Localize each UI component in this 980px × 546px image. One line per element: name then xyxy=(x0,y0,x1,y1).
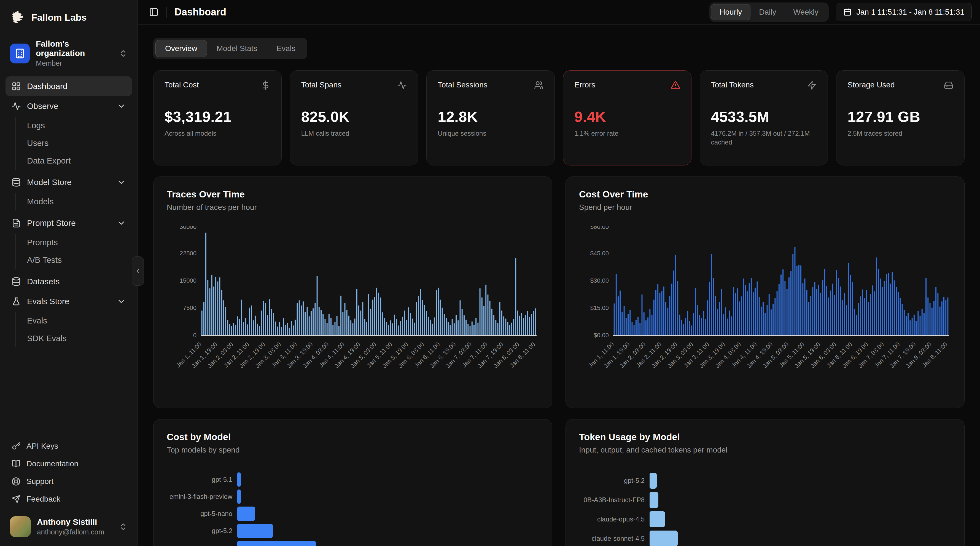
calendar-icon xyxy=(843,8,851,16)
tab-evals[interactable]: Evals xyxy=(267,40,305,57)
panel-left-icon xyxy=(149,8,159,17)
stat-card-title: Total Cost xyxy=(164,80,199,89)
topbar: Dashboard HourlyDailyWeekly Jan 1 11:51:… xyxy=(138,0,980,24)
dollar-icon xyxy=(261,80,270,90)
sidebar-collapse-button[interactable] xyxy=(132,257,144,286)
stat-cards: Total Cost$3,319.21Across all modelsTota… xyxy=(153,70,964,166)
sidebar-item-model-store[interactable]: Model Store xyxy=(5,172,132,192)
tabs: OverviewModel StatsEvals xyxy=(153,38,307,59)
app-root: Fallom Labs Fallom's organization Member… xyxy=(0,0,980,546)
granularity-hourly[interactable]: Hourly xyxy=(711,4,751,20)
chevrons-up-down-icon xyxy=(119,49,127,58)
sidebar-link-label: Support xyxy=(27,477,54,486)
chevron-down-icon xyxy=(116,297,126,306)
stat-card-header: Storage Used xyxy=(848,80,953,90)
bar-row: gpt-5.2 xyxy=(579,471,951,490)
hard-drive-icon xyxy=(944,80,953,90)
sidebar-item-api-keys[interactable]: API Keys xyxy=(5,437,132,455)
sidebar-item-logs[interactable]: Logs xyxy=(27,117,132,134)
sidebar-item-dashboard[interactable]: Dashboard xyxy=(5,77,132,96)
chevron-down-icon xyxy=(116,102,126,111)
page-title: Dashboard xyxy=(175,6,226,18)
stat-card-total-tokens: Total Tokens4533.5M4176.2M in / 357.3M o… xyxy=(700,70,828,166)
user-name: Anthony Sistilli xyxy=(37,517,113,527)
stat-card-subtitle: LLM calls traced xyxy=(301,129,407,138)
stat-card-header: Total Sessions xyxy=(438,80,544,90)
tab-model-stats[interactable]: Model Stats xyxy=(207,40,267,57)
send-icon xyxy=(11,495,21,503)
sidebar-item-users[interactable]: Users xyxy=(27,134,132,152)
chart-title: Cost Over Time xyxy=(579,189,951,200)
sidebar: Fallom Labs Fallom's organization Member… xyxy=(0,0,138,546)
sidebar-subgroup-observe: LogsUsersData Export xyxy=(16,117,132,169)
user-menu[interactable]: Anthony Sistilli anthony@fallom.com xyxy=(6,513,132,541)
book-open-icon xyxy=(11,460,21,468)
org-name: Fallom's organization xyxy=(36,39,113,58)
date-range-label: Jan 1 11:51:31 - Jan 8 11:51:31 xyxy=(856,8,964,16)
stat-card-header: Total Cost xyxy=(164,80,270,90)
sidebar-item-label: Datasets xyxy=(27,277,59,286)
bar-label: gpt-5.1 xyxy=(167,476,237,484)
stat-card-value: $3,319.21 xyxy=(164,108,270,125)
sidebar-subgroup-model-store: Models xyxy=(16,193,132,211)
chart-title: Traces Over Time xyxy=(167,189,539,200)
chart-title: Token Usage by Model xyxy=(579,431,951,442)
tab-overview[interactable]: Overview xyxy=(156,40,207,57)
sidebar-item-evals-store[interactable]: Evals Store xyxy=(5,292,132,311)
dragon-logo-icon xyxy=(10,10,26,26)
sidebar-item-label: Model Store xyxy=(27,177,72,187)
bar xyxy=(649,473,657,489)
sidebar-item-models[interactable]: Models xyxy=(27,193,132,211)
svg-text:$45.00: $45.00 xyxy=(590,250,609,257)
sidebar-item-label: Observe xyxy=(27,102,58,111)
granularity-daily[interactable]: Daily xyxy=(751,4,784,20)
main: Dashboard HourlyDailyWeekly Jan 1 11:51:… xyxy=(138,0,980,546)
sidebar-nav: DashboardObserveLogsUsersData ExportMode… xyxy=(0,73,137,350)
stat-card-title: Total Tokens xyxy=(711,80,754,89)
sidebar-item-prompt-store[interactable]: Prompt Store xyxy=(5,213,132,233)
key-icon xyxy=(11,442,21,450)
brand: Fallom Labs xyxy=(0,0,137,32)
sidebar-item-feedback[interactable]: Feedback xyxy=(5,490,132,508)
database-icon xyxy=(11,277,21,286)
stat-card-title: Errors xyxy=(574,80,595,89)
token-usage-by-model-chart: gpt-5.20B-A3B-Instruct-FP8claude-opus-4.… xyxy=(579,471,951,546)
bar xyxy=(237,541,316,546)
chart-subtitle: Top models by spend xyxy=(167,445,539,455)
stat-card-header: Errors xyxy=(574,80,680,90)
granularity-segmented-control: HourlyDailyWeekly xyxy=(710,3,829,22)
stat-card-header: Total Tokens xyxy=(711,80,817,90)
sidebar-item-support[interactable]: Support xyxy=(5,473,132,490)
token-usage-by-model-card: Token Usage by ModelInput, output, and c… xyxy=(565,419,964,546)
sidebar-item-observe[interactable]: Observe xyxy=(5,96,132,116)
sidebar-item-data-export[interactable]: Data Export xyxy=(27,152,132,169)
sidebar-item-prompts[interactable]: Prompts xyxy=(27,233,132,251)
bar-label: gpt-5.2 xyxy=(579,477,649,484)
org-role: Member xyxy=(36,59,113,67)
sidebar-item-sdk-evals[interactable]: SDK Evals xyxy=(27,329,132,347)
bar-row: gpt-5-nano xyxy=(167,505,539,522)
cost-by-model-chart: gpt-5.1emini-3-flash-previewgpt-5-nanogp… xyxy=(167,471,539,546)
svg-text:$15.00: $15.00 xyxy=(590,305,609,311)
layout-grid-icon xyxy=(11,81,21,91)
date-range-button[interactable]: Jan 1 11:51:31 - Jan 8 11:51:31 xyxy=(836,3,972,21)
chart-title: Cost by Model xyxy=(167,431,539,442)
granularity-weekly[interactable]: Weekly xyxy=(784,4,827,20)
org-switcher[interactable]: Fallom's organization Member xyxy=(6,36,132,71)
sidebar-item-a-b-tests[interactable]: A/B Tests xyxy=(27,251,132,269)
file-text-icon xyxy=(11,219,21,228)
sidebar-item-documentation[interactable]: Documentation xyxy=(5,455,132,473)
stat-card-total-cost: Total Cost$3,319.21Across all models xyxy=(153,70,282,166)
bar-label: 0B-A3B-Instruct-FP8 xyxy=(579,496,649,504)
chart-body: $0.00$15.00$30.00$45.00$60.00Jan 1, 11:0… xyxy=(579,226,951,387)
bar xyxy=(237,524,273,538)
sidebar-spacer xyxy=(0,350,137,437)
sidebar-item-datasets[interactable]: Datasets xyxy=(5,271,132,292)
sidebar-toggle-button[interactable] xyxy=(146,5,162,20)
user-email: anthony@fallom.com xyxy=(37,528,113,536)
stat-card-storage-used: Storage Used127.91 GB2.5M traces stored xyxy=(836,70,964,166)
sidebar-item-evals[interactable]: Evals xyxy=(27,312,132,329)
bar-label: claude-opus-4.5 xyxy=(579,516,649,523)
chevron-down-icon xyxy=(116,219,126,228)
svg-text:22500: 22500 xyxy=(180,250,197,257)
